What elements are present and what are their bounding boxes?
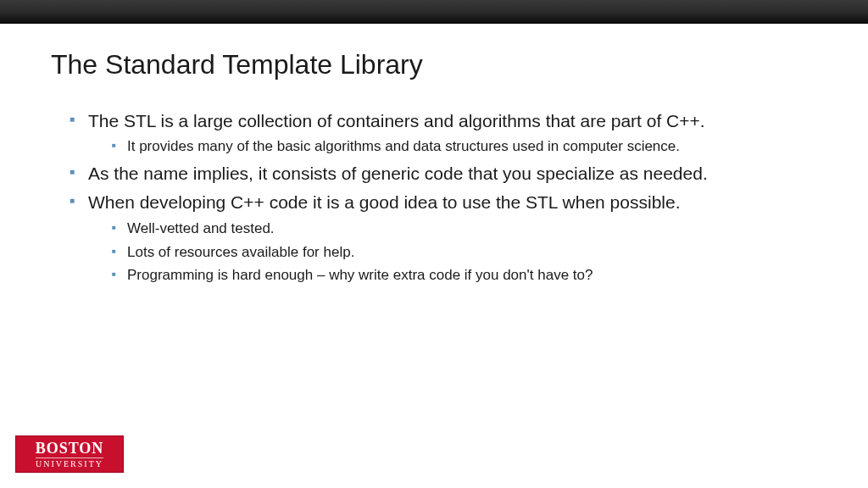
logo-line1: BOSTON — [36, 441, 104, 456]
bullet-text: When developing C++ code it is a good id… — [88, 192, 681, 212]
list-item: Programming is hard enough – why write e… — [112, 265, 817, 286]
list-item: It provides many of the basic algorithms… — [112, 136, 817, 157]
logo-line2: UNIVERSITY — [36, 458, 103, 469]
slide-title: The Standard Template Library — [51, 49, 817, 80]
slide-content: The Standard Template Library The STL is… — [0, 24, 868, 286]
sub-list: It provides many of the basic algorithms… — [88, 136, 817, 157]
boston-university-logo: BOSTON UNIVERSITY — [15, 435, 124, 473]
bullet-text: As the name implies, it consists of gene… — [88, 164, 708, 183]
bullet-text: Well-vetted and tested. — [127, 220, 275, 236]
bullet-text: Programming is hard enough – why write e… — [127, 267, 593, 283]
slide-top-bar — [0, 0, 868, 24]
list-item: As the name implies, it consists of gene… — [70, 162, 817, 186]
list-item: The STL is a large collection of contain… — [70, 109, 817, 157]
list-item: When developing C++ code it is a good id… — [70, 191, 817, 286]
list-item: Lots of resources available for help. — [112, 242, 817, 263]
bullet-text: The STL is a large collection of contain… — [88, 111, 705, 130]
list-item: Well-vetted and tested. — [112, 219, 817, 239]
sub-list: Well-vetted and tested. Lots of resource… — [88, 219, 817, 286]
bullet-text: Lots of resources available for help. — [127, 244, 354, 260]
bullet-list: The STL is a large collection of contain… — [51, 109, 817, 286]
bullet-text: It provides many of the basic algorithms… — [127, 138, 680, 154]
